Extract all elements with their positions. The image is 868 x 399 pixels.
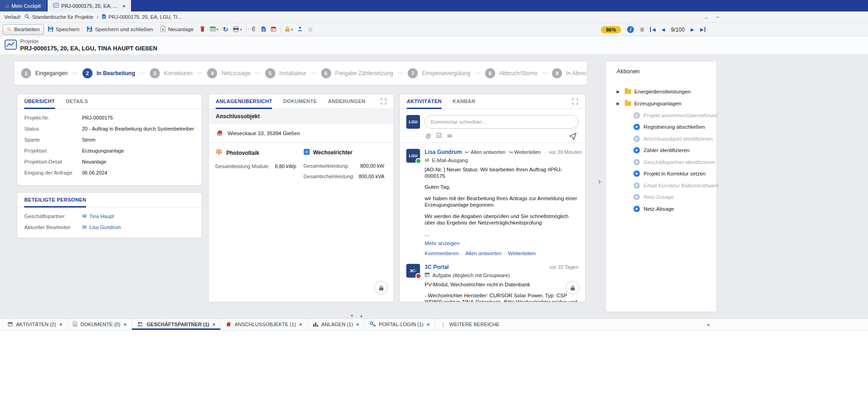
contact-person-button[interactable]	[295, 25, 305, 34]
collapse-down-icon[interactable]: ▾	[351, 313, 353, 318]
send-icon[interactable]	[569, 132, 577, 140]
step-korrekturen[interactable]: 3 Korrekturen	[150, 68, 193, 78]
comment-link[interactable]: Kommentieren	[425, 250, 459, 257]
tab-uebersicht[interactable]: ÜBERSICHT	[24, 94, 55, 109]
attachment-button[interactable]	[248, 24, 259, 34]
connection-object-address[interactable]: Wieseckaue 33, 35394 Gießen	[209, 124, 393, 143]
tab-aktivitaeten-bereich[interactable]: AKTIVITÄTEN (2) ×	[3, 319, 68, 330]
show-more-link[interactable]: Mehr anzeigen	[425, 240, 579, 246]
table-view-button[interactable]: ▾	[207, 25, 221, 34]
last-record-icon[interactable]: ▶	[700, 27, 706, 32]
tab-details[interactable]: DETAILS	[66, 94, 88, 109]
reply-all-action[interactable]: ↩ Allen antworten	[465, 149, 505, 155]
favorite-button[interactable]: ☆	[305, 24, 316, 34]
print-button[interactable]: ▾	[230, 25, 244, 34]
tab-kanban[interactable]: KANBAN	[453, 94, 475, 109]
folder-erzeugungsanlagen[interactable]: ▶ Erzeugungsanlagen	[606, 98, 716, 109]
bar-chart-icon	[313, 322, 318, 328]
tab-mein-cockpit[interactable]: ⌂ Mein Cockpit	[0, 0, 46, 11]
forward-link[interactable]: Weiterleiten	[508, 250, 536, 257]
run-action-icon[interactable]	[633, 206, 640, 212]
action-registrierung-abschliessen[interactable]: Registrierung abschließen	[606, 121, 716, 133]
action-netz-absage[interactable]: Netz-Absage	[606, 203, 716, 215]
tree-collapsed-icon[interactable]: ▶	[617, 89, 622, 94]
tab-aktivitaeten[interactable]: AKTIVITÄTEN	[407, 94, 442, 109]
comment-composer: LGU	[400, 109, 585, 131]
close-tab-icon[interactable]: ×	[356, 322, 359, 327]
previous-record-icon[interactable]: ◀	[661, 27, 665, 32]
close-tab-icon[interactable]: ×	[299, 322, 302, 327]
editor-link[interactable]: ✉ Lisa Gundrum	[82, 224, 121, 230]
edit-button[interactable]: ✎ Bearbeiten	[3, 24, 44, 35]
step-in-bearbeitung[interactable]: 2 In Bearbeitung	[82, 68, 135, 78]
avatar: LGU	[406, 149, 420, 163]
new-record-button[interactable]: Neuanlage	[157, 24, 197, 34]
tab-portal-login-bereich[interactable]: PORTAL-LOGIN (1) ×	[365, 319, 435, 330]
calendar-button[interactable]	[268, 25, 278, 34]
email-icon[interactable]: ✉	[447, 133, 452, 139]
tab-beteiligte-personen[interactable]: BETEILIGTE PERSONEN	[24, 193, 86, 208]
task-icon[interactable]	[437, 133, 442, 139]
report-button[interactable]	[259, 25, 268, 34]
panel-resize-control[interactable]: ▾ ▴	[351, 313, 362, 318]
collapse-up-icon[interactable]: ▴	[360, 313, 363, 318]
step-label: Abbruch/Storno	[499, 70, 537, 77]
history-item-project[interactable]: PRJ-0000175, 20, EA, LGU, TI...	[102, 14, 182, 20]
close-tab-icon[interactable]: ×	[426, 322, 429, 327]
history-item-search[interactable]: Standardsuche für Projekte	[24, 14, 93, 20]
folder-energiedienstleistungen[interactable]: ▶ Energiedienstleistungen	[606, 86, 716, 98]
next-record-icon[interactable]: ▶	[691, 27, 694, 32]
history-back-icon[interactable]: ←	[704, 14, 710, 21]
tab-anlagen-bereich[interactable]: ANLAGEN (1) ×	[308, 319, 365, 330]
close-tab-icon[interactable]: ×	[124, 322, 126, 327]
run-action-icon[interactable]	[633, 170, 640, 177]
reply-all-link[interactable]: Allen antworten	[465, 250, 502, 257]
delete-button[interactable]	[197, 24, 207, 34]
step-netzzusage[interactable]: 4 Netzzusage	[207, 68, 250, 78]
tab-geschaeftspartner-bereich[interactable]: GESCHÄFTSPARTNER (1) ×	[132, 319, 221, 330]
composer-toolbar: @ ✉	[400, 131, 585, 142]
expand-side-panel-icon[interactable]: «	[707, 318, 710, 330]
tab-dokumente[interactable]: DOKUMENTE	[283, 94, 317, 109]
privacy-lock-button[interactable]	[374, 281, 388, 295]
step-installateur[interactable]: 5 Installateur	[265, 68, 306, 78]
partner-link[interactable]: ✉ Tina Haupt	[82, 213, 114, 219]
mention-icon[interactable]: @	[426, 133, 431, 139]
close-tab-icon[interactable]: ×	[59, 322, 62, 327]
field-projekt-nr: Projekt-Nr. PRJ-0000175	[17, 112, 202, 123]
menu-icon[interactable]: ≡	[640, 26, 644, 34]
action-zaehler-identifizieren[interactable]: Zähler identifizieren	[606, 145, 716, 157]
step-eingegangen[interactable]: 1 Eingegangen	[21, 68, 68, 78]
activity-author[interactable]: 3C Portal	[425, 264, 449, 270]
forward-action[interactable]: ↪ Weiterleiten	[508, 149, 540, 155]
step-freigabe-zaehlersetzung[interactable]: 6 Freigabe Zählersetzung	[321, 68, 393, 78]
close-tab-icon[interactable]: ×	[123, 3, 126, 9]
tab-dokumente-bereich[interactable]: DOKUMENTE (0) ×	[68, 319, 132, 330]
run-action-icon[interactable]	[633, 124, 640, 130]
save-button[interactable]: Speichern	[44, 25, 83, 34]
save-and-close-button[interactable]: Speichern und schließen	[83, 25, 157, 34]
expand-panel-icon[interactable]	[381, 94, 387, 109]
run-action-icon[interactable]	[633, 147, 640, 153]
tab-weitere-bereiche[interactable]: ⋮ WEITERE BEREICHE	[435, 319, 504, 330]
refresh-button[interactable]: ↻	[221, 24, 231, 34]
action-projekt-in-korrektur[interactable]: Projekt in Korrektur setzen	[606, 168, 716, 180]
tab-anlagenuebersicht[interactable]: ANLAGENÜBERSICHT	[216, 94, 272, 109]
info-icon[interactable]: i	[627, 26, 634, 33]
history-remove-icon[interactable]: −	[716, 14, 720, 21]
activity-author[interactable]: Lisa Gundrum	[425, 149, 462, 155]
panel-collapse-handle[interactable]: ›	[598, 177, 601, 186]
tree-expanded-icon[interactable]: ▶	[617, 101, 622, 106]
close-tab-icon[interactable]: ×	[213, 322, 215, 327]
lock-button[interactable]: ▾	[283, 25, 295, 34]
tab-anschlussobjekte-bereich[interactable]: ANSCHLUSSOBJEKTE (1) ×	[221, 319, 307, 330]
tab-aenderungen[interactable]: ÄNDERUNGEN	[328, 94, 366, 109]
privacy-lock-button[interactable]	[566, 281, 579, 295]
first-record-icon[interactable]: ◀	[650, 27, 655, 32]
step-abbruch-storno[interactable]: 8 Abbruch/Storno	[485, 68, 537, 78]
tab-project-document[interactable]: PRJ-0000175, 20, EA, ... ×	[48, 0, 131, 11]
comment-input[interactable]	[425, 115, 579, 129]
step-in-abrechnung[interactable]: 9 In Abrechnung	[552, 68, 587, 78]
expand-panel-icon[interactable]	[572, 94, 578, 109]
step-einspeiseverguetung[interactable]: 7 Einspeisevergütung	[408, 68, 470, 78]
